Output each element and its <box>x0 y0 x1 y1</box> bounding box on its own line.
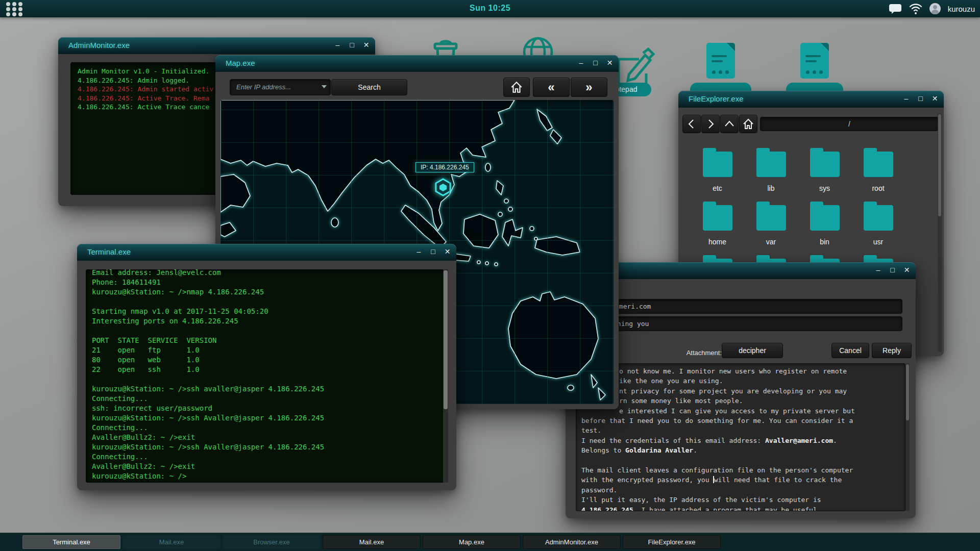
mail-body-line: The mail client leaves a configuration f… <box>581 465 905 475</box>
folder-label: root <box>851 184 905 192</box>
mail-body-line: test. <box>581 425 905 435</box>
user-avatar[interactable] <box>929 3 941 14</box>
map-titlebar[interactable]: Map.exe – □ ✕ <box>215 55 619 72</box>
home-button[interactable] <box>739 115 757 133</box>
taskbar-item-mail-exe[interactable]: Mail.exe <box>122 535 220 549</box>
maximize-icon[interactable]: □ <box>917 94 924 103</box>
terminal-line <box>92 374 448 384</box>
terminal-line: kurouzu@kStation: ~ /> <box>92 471 448 481</box>
attachment-label: Attachment: <box>666 349 722 357</box>
attachment-button[interactable]: decipher <box>722 343 783 358</box>
folder-item[interactable]: home <box>691 202 744 246</box>
taskbar-item-map-exe[interactable]: Map.exe <box>423 535 521 549</box>
maximize-icon[interactable]: □ <box>429 247 437 256</box>
clock: Sun 10:25 <box>470 4 510 13</box>
mail-body-line: Belongs to Goldarina Avaller. <box>581 445 905 455</box>
forward-button[interactable] <box>701 115 720 133</box>
file-explorer-scrollbar[interactable] <box>938 113 942 352</box>
path-bar[interactable]: / <box>760 117 939 131</box>
folder-icon[interactable] <box>703 205 732 231</box>
mail-to-field[interactable]: ameri.com <box>576 299 902 314</box>
folder-item[interactable]: lib <box>744 148 798 192</box>
close-icon[interactable]: ✕ <box>362 41 370 49</box>
close-icon[interactable]: ✕ <box>444 247 451 256</box>
file-explorer-titlebar[interactable]: FileExplorer.exe – □ ✕ <box>678 91 944 108</box>
folder-label: home <box>691 238 744 246</box>
mail-body-line: rn some money like most people. <box>581 396 905 406</box>
mail-body-line: o not know me. I monitor new users who r… <box>581 366 905 376</box>
maximize-icon[interactable]: □ <box>348 41 356 49</box>
dropdown-arrow-icon[interactable] <box>322 85 327 88</box>
minimize-icon[interactable]: – <box>334 41 341 49</box>
ip-address-input[interactable]: Enter IP address... <box>230 79 331 95</box>
mail-body[interactable]: o not know me. I monitor new users who r… <box>576 363 905 511</box>
folder-label: bin <box>798 238 851 246</box>
folder-item[interactable]: bin <box>798 202 851 246</box>
folder-row: homevarbinusr <box>691 202 905 246</box>
taskbar-item-fileexplorer-exe[interactable]: FileExplorer.exe <box>623 535 721 549</box>
terminal-line <box>92 297 448 307</box>
taskbar-item-adminmonitor-exe[interactable]: AdminMonitor.exe <box>523 535 621 549</box>
minimize-icon[interactable]: – <box>902 94 910 103</box>
minimize-icon[interactable]: – <box>874 266 882 274</box>
mail-subject-field[interactable]: ching you <box>576 316 902 331</box>
folder-icon[interactable] <box>756 152 786 177</box>
terminal-line: Phone: 184611491 <box>92 278 448 287</box>
folder-icon[interactable] <box>864 205 893 231</box>
folder-icon[interactable] <box>703 152 732 177</box>
terminal-line: 21 open ftp 1.0 <box>92 345 448 355</box>
mail-body-line: before that I need you to do something f… <box>581 416 905 425</box>
mail-body-line: ike the one you are using. <box>581 376 905 386</box>
search-button[interactable]: Search <box>331 79 407 95</box>
folder-icon[interactable] <box>810 205 840 231</box>
mail-body-line: I need the credentials of this email add… <box>581 436 905 445</box>
taskbar-item-browser-exe[interactable]: Browser.exe <box>223 535 321 549</box>
chat-icon[interactable] <box>889 3 902 14</box>
map-home-button[interactable] <box>503 78 530 97</box>
terminal-line: 80 open web 1.0 <box>92 355 448 365</box>
mail-body-line: nt privacy for some project you are deve… <box>581 386 905 396</box>
terminal-scrollbar[interactable] <box>443 269 448 483</box>
terminal-title: Terminal.exe <box>87 247 131 256</box>
cancel-button[interactable]: Cancel <box>831 343 869 358</box>
taskbar-item-terminal-exe[interactable]: Terminal.exe <box>22 535 120 549</box>
map-prev-button[interactable]: « <box>533 78 570 97</box>
folder-item[interactable]: usr <box>851 202 905 246</box>
folder-item[interactable]: var <box>744 202 798 246</box>
close-icon[interactable]: ✕ <box>606 59 614 67</box>
minimize-icon[interactable]: – <box>577 59 585 67</box>
folder-item[interactable]: root <box>851 148 905 192</box>
minimize-icon[interactable]: – <box>415 247 423 256</box>
mail-scrollbar[interactable] <box>905 363 910 511</box>
map-title: Map.exe <box>226 59 255 67</box>
desktop-file-icon[interactable] <box>706 43 735 79</box>
folder-item[interactable]: etc <box>691 148 744 192</box>
back-button[interactable] <box>682 115 701 133</box>
folder-icon[interactable] <box>810 152 840 177</box>
maximize-icon[interactable]: □ <box>592 59 599 67</box>
close-icon[interactable]: ✕ <box>931 94 939 103</box>
map-next-button[interactable]: » <box>571 78 607 97</box>
up-button[interactable] <box>720 115 739 133</box>
reply-button[interactable]: Reply <box>872 343 912 358</box>
wifi-icon[interactable] <box>909 3 922 14</box>
terminal-titlebar[interactable]: Terminal.exe – □ ✕ <box>77 244 456 261</box>
mail-body-line <box>581 456 905 465</box>
terminal-line: Interesting ports on 4.186.226.245 <box>92 316 448 326</box>
terminal-line <box>92 326 448 336</box>
terminal-line: Email address: Jensl@evelc.com <box>92 269 448 278</box>
folder-item[interactable]: sys <box>798 148 851 192</box>
app-launcher-icon[interactable] <box>6 2 23 15</box>
folder-label: lib <box>744 184 798 192</box>
taskbar-item-mail-exe[interactable]: Mail.exe <box>323 535 421 549</box>
desktop-file-icon[interactable] <box>800 43 829 79</box>
file-explorer-title: FileExplorer.exe <box>689 94 744 103</box>
folder-icon[interactable] <box>756 205 786 231</box>
folder-icon[interactable] <box>864 152 893 177</box>
admin-monitor-titlebar[interactable]: AdminMonitor.exe – □ ✕ <box>58 37 375 54</box>
folder-label: sys <box>798 184 851 192</box>
close-icon[interactable]: ✕ <box>903 266 911 274</box>
maximize-icon[interactable]: □ <box>889 266 896 274</box>
desktop: Notepad AdminMonitor.exe – □ ✕ Admin Mon… <box>0 0 980 551</box>
terminal-screen[interactable]: Email address: Jensl@evelc.comPhone: 184… <box>86 269 448 483</box>
